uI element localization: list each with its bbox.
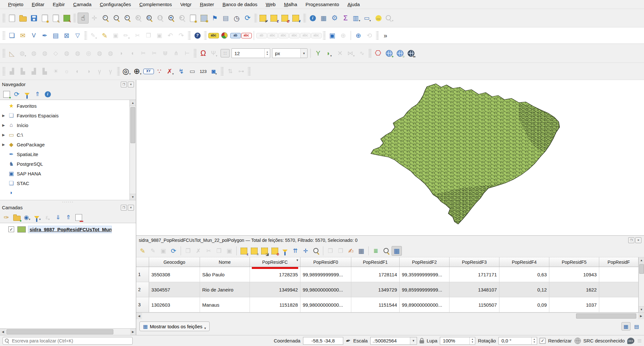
column-header-popresidf5[interactable]: PopResidF5 [549, 257, 599, 267]
menu-complementos[interactable]: Complementos [135, 1, 176, 8]
actions-menu[interactable] [381, 246, 391, 255]
move-selection-top[interactable]: ⇈ [290, 246, 300, 255]
toggle-editing-mode[interactable]: ✎ [138, 246, 147, 255]
messages-button[interactable]: ••• [627, 338, 634, 344]
row-number[interactable]: 2 [136, 282, 149, 297]
vertex-points-tool[interactable]: ∵ [154, 66, 165, 76]
map-canvas[interactable] [136, 80, 644, 235]
column-header-geocodigo[interactable]: Geocodigo [149, 257, 200, 267]
open-layer-styling[interactable]: ✑ [2, 213, 11, 222]
scroll-right-icon[interactable]: ▶ [638, 313, 644, 319]
refresh-browser[interactable]: ⟳ [12, 90, 22, 99]
menu-camada[interactable]: Camada [69, 1, 96, 8]
scroll-thumb[interactable] [130, 107, 135, 143]
cross-vertex-tool[interactable]: ✗▾ [165, 66, 175, 76]
scroll-down-icon[interactable]: ▼ [639, 306, 644, 312]
xy-tool[interactable]: XY [143, 66, 154, 76]
cell-popresidf5[interactable]: 10943 [549, 267, 599, 282]
menu-processamento[interactable]: Processamento [301, 1, 343, 8]
cell-popresidf1[interactable]: 1349729 [351, 282, 400, 297]
feature-filter-button[interactable]: ▦ Mostrar todos os feições ▾ [139, 321, 210, 331]
pan-map[interactable]: ☝ [78, 13, 89, 24]
row-number[interactable]: 1 [136, 267, 149, 282]
menu-raster[interactable]: Raster [196, 1, 218, 8]
scroll-right-icon[interactable]: ▶ [130, 329, 136, 335]
temporal-controller[interactable]: ◷ [232, 13, 242, 23]
column-header-nome[interactable]: Nome [200, 257, 250, 267]
scale-combobox[interactable]: .:50082564 ▾ [370, 337, 417, 345]
new-spatial-bookmark[interactable]: ⚑ [210, 13, 220, 23]
coordinate-input[interactable]: -58,5 -34,8 [303, 337, 343, 345]
add-mesh-layer[interactable]: ▤ [51, 30, 61, 41]
metasearch[interactable]: ○ [395, 48, 405, 58]
add-vector-tile-layer[interactable]: ▽ [72, 30, 83, 41]
column-header-popresidfc[interactable]: PopResidFC▼ [250, 257, 300, 267]
browser-scrollbar[interactable]: ▲ ▼ [129, 100, 136, 200]
locator-input[interactable] [11, 338, 130, 344]
snap-on-grid[interactable]: ∷ [220, 48, 230, 58]
browser-item-favoritos-espaciais[interactable]: ▶❏Favoritos Espaciais [0, 111, 129, 120]
row-number[interactable]: 3 [136, 297, 149, 312]
menu-configuracoes[interactable]: Configurações [96, 1, 135, 8]
browser-item-favoritos[interactable]: ★Favoritos [0, 101, 129, 111]
scroll-thumb[interactable] [6, 329, 113, 334]
cell-popresidf[interactable] [599, 282, 639, 297]
browser-properties[interactable]: i [43, 90, 52, 99]
cell-popresidf0[interactable]: 99,98999999999... [300, 267, 351, 282]
enable-tracing[interactable]: Y [313, 48, 323, 58]
menu-editar[interactable]: Editar [28, 1, 49, 8]
rotation-spinbox[interactable]: 0,0 ° ▲▼ [498, 337, 537, 345]
column-header-popresidf[interactable]: PopResidF [599, 257, 639, 267]
browser-float-button[interactable]: ❐ [121, 82, 127, 87]
select-all[interactable]: ≡ [249, 246, 259, 255]
toggle-editing[interactable]: ✎ [99, 30, 110, 41]
panel-splitter[interactable]: ······ [0, 200, 136, 203]
layers-float-button[interactable]: ❐ [121, 205, 127, 211]
scroll-thumb[interactable] [639, 264, 644, 274]
field-calculator[interactable]: ✍ [346, 246, 356, 255]
scroll-up-icon[interactable]: ▲ [639, 257, 644, 263]
render-checkbox[interactable]: ✓ [540, 338, 545, 344]
browser-item-stac[interactable]: ❏STAC [0, 178, 129, 188]
open-attribute-table[interactable]: ▥▾ [351, 13, 362, 23]
collapse-all-layers[interactable]: ⇑ [63, 213, 73, 222]
save-project[interactable] [29, 13, 39, 23]
browser-close-button[interactable]: ✕ [128, 82, 134, 87]
osm-place-search[interactable]: ∞ [406, 48, 416, 58]
table-row[interactable]: 31302603Manaus115182899,98000000000...11… [136, 297, 639, 312]
swap-direction-tool[interactable]: ◙▾ [209, 66, 219, 76]
menu-vetor[interactable]: Vetor [176, 1, 196, 8]
magnifier-spinbox[interactable]: 100% ▲▼ [440, 337, 475, 345]
processing-toolbox[interactable]: ⚙ [329, 13, 340, 23]
chevron-down-icon[interactable]: ▾ [410, 337, 417, 344]
add-group[interactable]: ● [12, 213, 22, 222]
browser-item-inicio[interactable]: ▶⌂Início [0, 120, 129, 130]
lock-scale-icon[interactable] [420, 340, 424, 343]
crosshair-menu[interactable]: ⊕▾ [132, 66, 143, 76]
zoom-last[interactable]: ◀ [166, 13, 176, 23]
form-view-toggle[interactable]: ▤ [632, 322, 641, 330]
zoom-to-selection[interactable] [311, 246, 321, 255]
layer-labeling[interactable]: abc [208, 30, 219, 41]
menu-web[interactable]: Web [261, 1, 280, 8]
crs-status-label[interactable]: SRC desconhecido [583, 338, 625, 343]
cell-popresidf1[interactable]: 1151544 [351, 297, 400, 312]
attribute-close-button[interactable]: ✕ [635, 237, 641, 243]
route-vertex-tool[interactable]: ↯ [176, 66, 186, 76]
cell-popresidf3[interactable]: 1150507 [450, 297, 499, 312]
cell-popresidf4[interactable]: 0,63 [499, 267, 549, 282]
scroll-track[interactable] [142, 313, 638, 319]
measure-line[interactable]: ▭▾ [362, 13, 373, 23]
table-options[interactable]: ≣ [371, 246, 381, 255]
cell-popresidf[interactable] [599, 267, 639, 282]
open-project[interactable] [18, 13, 28, 23]
data-source-manager[interactable]: ❏ [7, 30, 17, 41]
attribute-float-button[interactable]: ❐ [628, 237, 634, 243]
menu-projeto[interactable]: Projeto [4, 1, 28, 8]
collapse-all[interactable]: ⇑ [33, 90, 42, 99]
filter-browser[interactable] [22, 90, 32, 99]
expander-icon[interactable]: ▶ [0, 143, 7, 147]
filter-select[interactable] [280, 246, 290, 255]
conditional-formatting[interactable]: ▦ [356, 246, 366, 255]
column-header-popresidf3[interactable]: PopResidF3 [450, 257, 499, 267]
